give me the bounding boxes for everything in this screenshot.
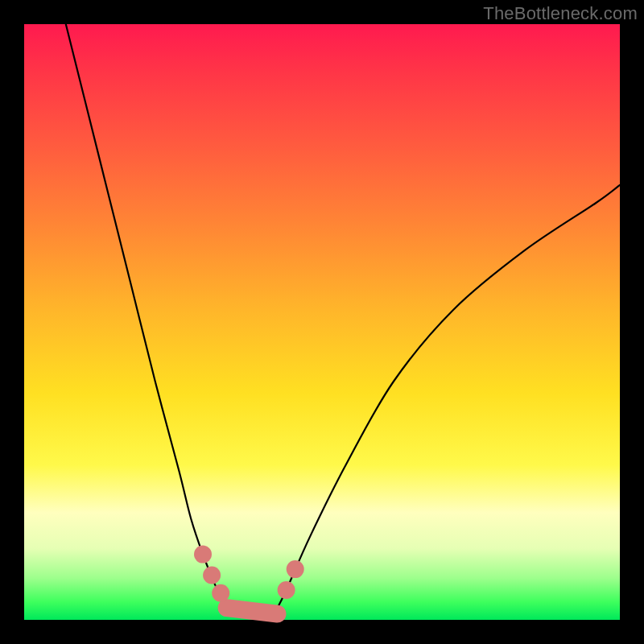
watermark-text: TheBottleneck.com	[483, 3, 638, 24]
curve-left-branch	[66, 24, 224, 602]
curve-right-branch	[275, 185, 620, 614]
marker-floor-segment	[227, 608, 278, 613]
marker-dot	[203, 567, 221, 584]
marker-dot	[194, 546, 212, 564]
marker-dot	[287, 560, 304, 578]
marker-dot	[278, 581, 295, 599]
marker-group	[194, 546, 304, 602]
marker-dot	[212, 584, 229, 602]
chart-plot	[24, 24, 620, 620]
